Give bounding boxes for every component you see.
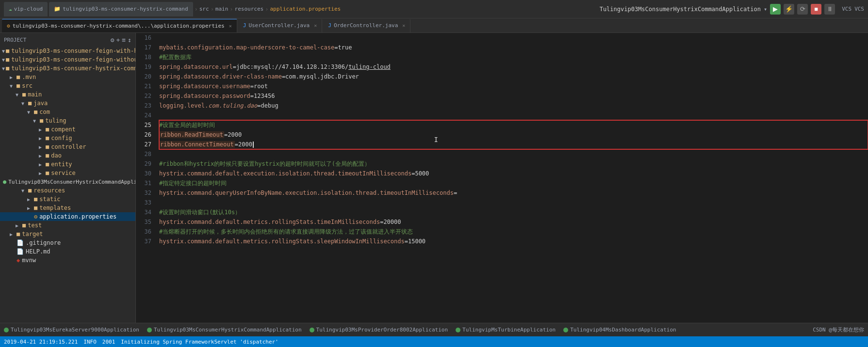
- stop-button[interactable]: ■: [811, 4, 821, 15]
- code-line-24: [159, 110, 868, 120]
- status-level: INFO: [83, 339, 97, 345]
- bottom-app-consumer-hystrix[interactable]: Tulingvip03MsConsumerHystrixCommandAppli…: [147, 327, 302, 333]
- consumer-dot: [147, 328, 152, 332]
- code-line-26: ribbon.ReadTimeout=2000: [159, 130, 868, 140]
- editor-tab-props[interactable]: ⚙ tulingvip03-ms-consumer-hystrix-comman…: [2, 19, 237, 32]
- tree-item-tuling[interactable]: ▼ ■ tuling: [0, 116, 135, 125]
- breadcrumb-sep: ›: [195, 6, 198, 13]
- eureka-dot: [4, 328, 9, 332]
- tree-item-dao[interactable]: ▶ ■ dao: [0, 151, 135, 160]
- tree-item-feign-hystrix[interactable]: ▼ ■ tulingvip03-ms-consumer-feign-with-h…: [0, 47, 135, 55]
- app-container: ☁ vip-cloud 📁 tulingvip03-ms-consumer-hy…: [0, 0, 868, 347]
- status-timestamp: 2019-04-21 21:19:15.221: [4, 339, 78, 345]
- line-numbers: 16 17 18 19 20 21 22 23 24 25 26 27 28 2…: [136, 33, 155, 323]
- bottom-app-turbine[interactable]: TulingvipMsTurbineApplication: [456, 327, 556, 333]
- bottom-app-eureka[interactable]: Tulingvip03MsEurekaServer9000Application: [4, 327, 139, 333]
- tree-item-static[interactable]: ▶ ■ static: [0, 195, 135, 204]
- editor-content[interactable]: 16 17 18 19 20 21 22 23 24 25 26 27 28 2…: [136, 33, 868, 323]
- tree-item-resources[interactable]: ▼ ■ resources: [0, 186, 135, 195]
- tree-item-gitignore[interactable]: 📄 .gitignore: [0, 238, 135, 247]
- bottom-app-dashboard[interactable]: Tulingvip04MsDashboardApplication: [563, 327, 676, 333]
- rerun-button[interactable]: ⟳: [797, 4, 808, 15]
- tree-item-hystrix-command[interactable]: ▼ ■ tulingvip03-ms-consumer-hystrix-comm…: [0, 64, 135, 73]
- tree-item-target[interactable]: ▶ ■ target: [0, 230, 135, 238]
- vcs-label2: VCS: [854, 6, 864, 12]
- sidebar: Project ⚙ + ≡ ↕ ▼ ■ tulingvip03-ms-consu…: [0, 33, 136, 323]
- status-bar: 2019-04-21 21:19:15.221 INFO 2001 Initia…: [0, 336, 868, 347]
- code-line-25: #设置全局的超时时间: [159, 120, 868, 130]
- dashboard-label: Tulingvip04MsDashboardApplication: [570, 327, 676, 333]
- tree-item-feign-without[interactable]: ▼ ■ tulingvip03-ms-consumer-feign-withou…: [0, 55, 135, 64]
- code-lines: mybatis.configuration.map-underscore-to-…: [155, 33, 868, 323]
- redbox-region: #设置全局的超时时间 ribbon.ReadTimeout=2000 ribbo…: [159, 120, 868, 149]
- tab-user-label: UserController.java: [248, 22, 310, 29]
- tree-item-java[interactable]: ▼ ■ java: [0, 99, 135, 108]
- tree-item-src[interactable]: ▼ ■ src: [0, 81, 135, 90]
- sidebar-ctrl-add[interactable]: +: [116, 36, 120, 44]
- code-line-22: spring.datasource.password=123456: [159, 91, 868, 101]
- code-line-31: #指定特定接口的超时时间: [159, 178, 868, 188]
- breadcrumb-sep2: ›: [211, 6, 214, 13]
- sidebar-ctrl-gear[interactable]: ⚙: [111, 36, 115, 44]
- breadcrumb-resources: resources: [235, 6, 264, 12]
- turbine-label: TulingvipMsTurbineApplication: [462, 327, 556, 333]
- tab-vip-cloud[interactable]: ☁ vip-cloud: [4, 2, 48, 16]
- tree-item-templates[interactable]: ▶ ■ templates: [0, 204, 135, 212]
- debug-button[interactable]: ⚡: [784, 4, 794, 15]
- tree-item-controller[interactable]: ▶ ■ controller: [0, 142, 135, 151]
- status-message: Initializing Spring FrameworkServlet 'di…: [121, 339, 278, 345]
- code-line-23: logging.level.com.tuling.dao=debug: [159, 101, 868, 110]
- tree-item-test[interactable]: ▶ ■ test: [0, 221, 135, 230]
- project-tabs: ☁ vip-cloud 📁 tulingvip03-ms-consumer-hy…: [4, 2, 341, 16]
- tab-project[interactable]: 📁 tulingvip03-ms-consumer-hystrix-comman…: [49, 2, 193, 16]
- editor-tabs-bar: ⚙ tulingvip03-ms-consumer-hystrix-comman…: [0, 18, 868, 33]
- code-line-17: mybatis.configuration.map-underscore-to-…: [159, 43, 868, 52]
- editor-tab-user[interactable]: J UserController.java ✕: [238, 19, 323, 32]
- code-line-33: [159, 198, 868, 207]
- code-line-34: #设置时间滑动窗口(默认10s）: [159, 207, 868, 217]
- sidebar-ctrl-collapse[interactable]: ↕: [128, 36, 131, 44]
- code-line-20: spring.datasource.driver-class-name=com.…: [159, 72, 868, 81]
- tab-label: vip-cloud: [14, 6, 43, 12]
- run-button[interactable]: ▶: [770, 4, 781, 15]
- tree-item-app-props[interactable]: ⚙ application.properties: [0, 212, 135, 221]
- dropdown-arrow[interactable]: ▾: [764, 6, 767, 13]
- code-line-29: #ribbon和hystrix的时候只要设置hystrix的超时时间就可以了(全…: [159, 159, 868, 169]
- bottom-bar: Tulingvip03MsEurekaServer9000Application…: [0, 323, 868, 336]
- tree-item-compent[interactable]: ▶ ■ compent: [0, 125, 135, 134]
- editor-tab-order[interactable]: J OrderController.java ✕: [323, 19, 410, 32]
- breadcrumb-src: src: [199, 6, 209, 12]
- main-content: Project ⚙ + ≡ ↕ ▼ ■ tulingvip03-ms-consu…: [0, 33, 868, 323]
- close-icon[interactable]: ✕: [229, 23, 232, 29]
- consumer-label: Tulingvip03MsConsumerHystrixCommandAppli…: [154, 327, 302, 333]
- sidebar-title: Project: [4, 37, 26, 43]
- tree-item-config[interactable]: ▶ ■ config: [0, 134, 135, 142]
- tree-item-help[interactable]: 📄 HELP.md: [0, 247, 135, 256]
- vcs-label: VCS: [842, 6, 852, 12]
- bottom-app-provider[interactable]: Tulingvip03MsProviderOrder8002Applicatio…: [310, 327, 448, 333]
- tree-item-app-class[interactable]: ● Tulingvip03MsConsumerHystrixCommandApp…: [0, 177, 135, 186]
- close-icon3[interactable]: ✕: [402, 23, 405, 28]
- editor-area[interactable]: 16 17 18 19 20 21 22 23 24 25 26 27 28 2…: [136, 33, 868, 323]
- code-line-32: hystrix.command.queryUserInfoByName.exec…: [159, 188, 868, 198]
- code-line-21: spring.datasource.username=root: [159, 81, 868, 91]
- java-file-icon: J: [243, 22, 246, 29]
- pause-button[interactable]: ⏸: [824, 4, 835, 15]
- tree-item-service[interactable]: ▶ ■ service: [0, 169, 135, 177]
- eureka-label: Tulingvip03MsEurekaServer9000Application: [11, 327, 139, 333]
- folder-icon: 📁: [54, 6, 61, 12]
- code-line-37: hystrix.command.default.metrics.rollingS…: [159, 237, 868, 246]
- sidebar-header: Project ⚙ + ≡ ↕: [0, 33, 135, 47]
- code-line-19: spring.datasource.url=jdbc:mysql://47.10…: [159, 62, 868, 72]
- run-controls: Tulingvip03MsConsumerHystrixCommandAppli…: [600, 4, 864, 15]
- tree-item-mvnw[interactable]: ◆ mvnw: [0, 256, 135, 265]
- sidebar-ctrl-filter[interactable]: ≡: [122, 36, 126, 44]
- tree-item-com[interactable]: ▼ ■ com: [0, 108, 135, 116]
- close-icon2[interactable]: ✕: [314, 23, 317, 28]
- tree-item-mvn[interactable]: ▶ ■ .mvn: [0, 73, 135, 81]
- tree-item-main[interactable]: ▼ ■ main: [0, 90, 135, 99]
- breadcrumb-main: main: [215, 6, 229, 12]
- bottom-right-credit: CSDN @每天都在想你: [813, 326, 864, 333]
- code-line-35: hystrix.command.default.metrics.rollingS…: [159, 217, 868, 227]
- tree-item-entity[interactable]: ▶ ■ entity: [0, 160, 135, 169]
